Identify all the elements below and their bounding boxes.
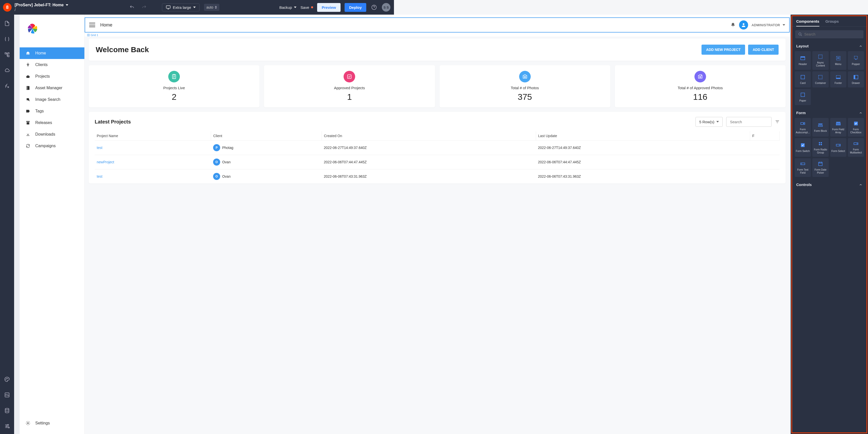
client-avatar-icon: O (213, 173, 220, 180)
sidebar-item-clients[interactable]: Clients (20, 59, 84, 70)
fx-icon (4, 83, 10, 89)
sidebar-item-label: Image Search (35, 97, 60, 102)
stat-card[interactable]: Projects Live2 (89, 65, 259, 107)
sidebar-item-label: Releases (35, 120, 52, 125)
rail-cloud[interactable] (3, 66, 11, 74)
app-brand-logo[interactable]: 8 (3, 3, 11, 11)
rail-tree[interactable] (3, 51, 11, 58)
project-link[interactable]: test (97, 146, 102, 150)
svg-rect-3 (8, 53, 9, 54)
user-avatar[interactable]: S S (382, 3, 391, 11)
client-chip: OOvan (213, 173, 320, 180)
sidebar-item-label: Asset Manager (35, 86, 62, 90)
svg-rect-0 (166, 6, 170, 8)
rail-pages[interactable] (3, 20, 11, 27)
sidebar-item-asset-manager[interactable]: Asset Manager (20, 82, 84, 94)
svg-rect-4 (8, 55, 9, 57)
stats-row: Projects Live2Approved Projects1Total # … (89, 65, 394, 107)
label-icon (26, 109, 31, 113)
deploy-button[interactable]: Deploy (345, 3, 366, 12)
sidebar-item-releases[interactable]: Releases (20, 117, 84, 128)
welcome-title: Welcome Back (96, 46, 394, 54)
sidebar-item-image-search[interactable]: Image Search (20, 94, 84, 105)
sidebar-item-label: Campaigns (35, 144, 56, 148)
chevron-down-icon (294, 6, 297, 8)
project-link[interactable]: test (97, 174, 102, 178)
viewport-selector[interactable]: Extra large (162, 3, 199, 11)
zoom-selector[interactable]: auto (204, 4, 219, 11)
sidebar-item-tags[interactable]: Tags (20, 105, 84, 117)
selection-tag[interactable]: Grid 1 (87, 33, 394, 36)
svg-rect-2 (5, 53, 6, 54)
backup-button[interactable]: Backup (279, 5, 297, 9)
project-link[interactable]: newProject (97, 160, 114, 164)
latest-projects-title: Latest Projects (95, 119, 394, 125)
app-logo-icon (26, 22, 39, 35)
table-header[interactable]: Created On (322, 131, 394, 141)
latest-projects-card: Latest Projects 5 Row(s) Project NameCli… (89, 112, 394, 183)
chevron-down-icon (66, 4, 68, 6)
monitor-icon (166, 5, 171, 9)
table-row[interactable]: newProject OOvan 2022-06-06T07:44:47.445… (95, 155, 394, 169)
created-cell: 2022-06-06T07:43:31.963Z (322, 169, 394, 183)
client-chip: OOvan (213, 158, 320, 166)
rail-data[interactable] (3, 35, 11, 43)
home-icon (26, 51, 31, 55)
tree-icon (4, 52, 10, 57)
preview-main: Home ADMINISTRATOR Grid 1 Welcome Back A… (85, 15, 394, 197)
redo-button[interactable] (140, 3, 148, 11)
preview-viewport: HomeClientsProjectsAsset ManagerImage Se… (20, 15, 394, 197)
table-header[interactable]: Project Name (95, 131, 211, 141)
sidebar-item-label: Downloads (35, 132, 55, 137)
page-icon (4, 21, 10, 26)
sidebar-item-downloads[interactable]: Downloads (20, 128, 84, 140)
viewport-label: Extra large (173, 5, 191, 9)
stat-card[interactable]: Approved Projects1 (264, 65, 394, 107)
client-avatar-icon: P (213, 144, 220, 151)
table-row[interactable]: test OOvan 2022-06-06T07:43:31.963Z 2022… (95, 169, 394, 183)
preview-sidebar: HomeClientsProjectsAsset ManagerImage Se… (20, 15, 85, 197)
rail-functions[interactable] (3, 82, 11, 90)
left-rail (0, 15, 14, 197)
sidebar-item-label: Projects (35, 74, 50, 79)
sidebar-item-label: Tags (35, 109, 44, 113)
book-icon (26, 86, 31, 90)
table-header[interactable]: Client (211, 131, 322, 141)
grid-icon (87, 34, 90, 36)
assignment-icon (168, 71, 180, 82)
sidebar-item-label: Clients (35, 62, 48, 67)
projects-table: Project NameClientCreated OnLast UpdateF… (95, 131, 394, 183)
preview-button[interactable]: Preview (317, 3, 341, 12)
top-header: 8 [ProServ] Jebel-FT: Home / Extra large… (0, 0, 394, 15)
created-cell: 2022-06-27T14:49:37.640Z (322, 140, 394, 155)
redo-icon (142, 5, 147, 10)
download-icon (26, 132, 31, 137)
sidebar-item-projects[interactable]: Projects (20, 70, 84, 82)
svg-rect-18 (348, 75, 351, 79)
undo-icon (129, 5, 134, 10)
client-avatar-icon: O (213, 158, 220, 166)
stat-label: Approved Projects (268, 85, 394, 90)
sidebar-item-campaigns[interactable]: Campaigns (20, 140, 84, 152)
client-chip: PPhotag (213, 144, 320, 151)
project-title-block[interactable]: [ProServ] Jebel-FT: Home / (14, 2, 68, 12)
welcome-card: Welcome Back ADD NEW PROJECT ADD CLIENT (89, 38, 394, 61)
menu-icon[interactable] (89, 23, 95, 27)
backup-label: Backup (279, 5, 292, 9)
save-label: Save (301, 5, 309, 9)
help-button[interactable] (370, 3, 378, 11)
created-cell: 2022-06-06T07:44:47.445Z (322, 155, 394, 169)
accessibility-icon (26, 62, 31, 67)
appbar-title: Home (100, 23, 394, 28)
table-row[interactable]: test PPhotag 2022-06-27T14:49:37.640Z 20… (95, 140, 394, 155)
help-icon (371, 4, 377, 10)
business-icon (26, 74, 31, 79)
stat-value: 1 (268, 92, 394, 102)
preview-appbar-selected[interactable]: Home ADMINISTRATOR (85, 18, 394, 32)
stepper-icon (215, 6, 217, 9)
chevron-down-icon (193, 6, 196, 8)
sidebar-item-home[interactable]: Home (20, 48, 84, 59)
undo-button[interactable] (128, 3, 136, 11)
stat-label: Projects Live (92, 85, 256, 90)
save-button[interactable]: Save (301, 5, 313, 9)
